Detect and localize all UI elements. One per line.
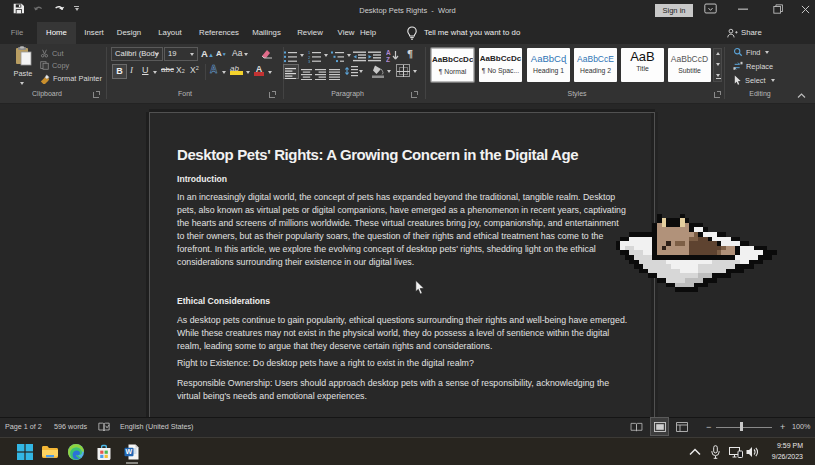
svg-text:A: A: [386, 49, 391, 56]
svg-text:3: 3: [308, 59, 311, 63]
svg-text:W: W: [126, 448, 133, 455]
svg-text:Z: Z: [386, 56, 390, 62]
